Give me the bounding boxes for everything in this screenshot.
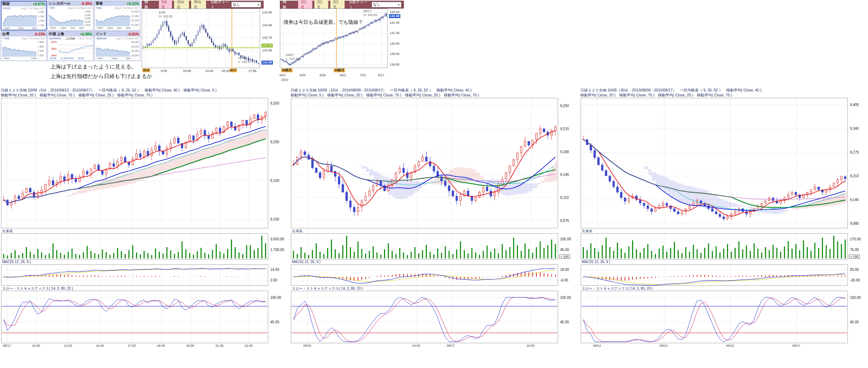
price-axis-label: 142.78	[262, 36, 272, 40]
price-chart-canvas[interactable]	[580, 98, 868, 228]
stochastics-chart-canvas[interactable]	[291, 291, 578, 343]
price-axis-label: 9,145	[850, 198, 859, 202]
market-xaxis: 10am12pm2pm4pm	[48, 27, 93, 30]
minute-toolbar: 分 足 5分足 10分足 30分足 比較チャート なし ▼	[142, 1, 264, 9]
market-chart: 18,15018,10018,05018,000	[95, 40, 140, 57]
panel-title-line1: 日経２２５先物 10/09（5分，2010/08/12 - 2010/08/17…	[1, 88, 288, 93]
volume-chart: × 100 105.0045.00	[291, 233, 578, 260]
market-chart: 21,20021,15021,10021,050	[95, 10, 140, 27]
market-tile[interactable]: 香港 +0.12% ^HSI Aug 17 04:04pm HKT 21,200…	[94, 1, 140, 30]
market-tile-header: 中国 上海 +0.38%	[48, 32, 93, 37]
time-axis-label: 08/17	[793, 344, 801, 347]
time-axis-label: 20:00	[186, 344, 195, 347]
market-tile[interactable]: 韓国 +0.67% ^KS11 Aug 17 02:35pm KST 1,760…	[1, 1, 47, 30]
volume-multiplier: × 100	[559, 255, 570, 259]
price-axis-label: 9,075	[560, 219, 569, 223]
market-tile-subheader: sh000001 上証指数08-17 15:00	[48, 37, 93, 40]
market-sparkline	[58, 41, 93, 57]
volume-chart-canvas[interactable]	[1, 233, 288, 260]
low-annotation: 04/07 L: 137.94	[286, 53, 299, 61]
market-sparkline	[2, 11, 37, 27]
market-timestamp: Aug 17 02:35pm KST	[21, 7, 45, 10]
volume-axis-label: 75.00	[850, 248, 859, 252]
time-axis: 08/1208/1308/1608/17	[580, 343, 868, 349]
market-timestamp: 08-17 15:00	[79, 37, 92, 40]
market-tile[interactable]: 中国 上海 +0.38% sh000001 上証指数08-17 15:00 26…	[47, 31, 94, 61]
daily-chart-body: 債券は今日も高値更新。でも陰線？ 143.00142.00141.00140.0…	[280, 9, 404, 68]
market-tile[interactable]: シンガポール -0.35% ^STI Aug 17 04:55pm SGT 2,…	[47, 1, 94, 30]
compare-chart-select[interactable]: なし ▼	[231, 2, 261, 7]
date-marker: 8/17	[230, 68, 237, 72]
time-axis-label: 16:20	[221, 69, 230, 73]
price-axis-label: 9,200	[270, 140, 279, 144]
macd-chart-canvas[interactable]	[580, 264, 868, 286]
time-axis-label: 9:05	[161, 69, 167, 73]
market-symbol: ^TWII	[2, 37, 10, 40]
price-axis-label: 9,275	[850, 150, 859, 154]
stochastics-axis-label: 45.00	[850, 320, 859, 324]
macd-axis-label: 2.00	[270, 278, 277, 282]
macd-chart-canvas[interactable]	[291, 264, 578, 286]
high-annotation: 9:05 H: 142.91	[159, 11, 173, 18]
market-tile[interactable]: 台湾 -0.13% ^TWII Aug 17 01:01pm CST 7,980…	[1, 31, 47, 61]
time-axis-label: 13:40	[205, 69, 213, 73]
macd-chart: 25.00-30.00	[580, 264, 868, 286]
market-tile-subheader: ^TWII Aug 17 01:01pm CST	[1, 37, 46, 40]
minute-time-axis: 8/168/1716:209:0510:4513:4016:2017:55	[142, 68, 276, 74]
price-axis-label: 142.98	[262, 11, 272, 15]
contract-month-marker: 09限月	[334, 68, 345, 72]
price-chart-canvas[interactable]	[291, 98, 578, 228]
time-axis-label: 18:40	[157, 344, 165, 347]
market-change: +0.12%	[127, 2, 139, 6]
contract-month-marker: 06限月	[281, 68, 293, 72]
market-name: インド	[96, 32, 107, 37]
stochastics-chart-canvas[interactable]	[1, 291, 288, 343]
market-xaxis: 10am12pm2pm4pm	[95, 27, 140, 30]
market-tile-header: 韓国 +0.67%	[1, 1, 46, 6]
volume-axis-label: 45.00	[560, 248, 569, 252]
stochastics-axis-label: 100.00	[560, 296, 571, 300]
time-axis-label: 21:20	[215, 344, 224, 347]
panel-title-line1: 日経２２５先物 10/09（30分，2010/08/09 - 2010/08/1…	[580, 88, 868, 93]
price-axis-label: 9,180	[560, 150, 569, 154]
panel-title-line1: 日経２２５先物 10/09（15分，2010/08/09 - 2010/08/1…	[291, 88, 578, 93]
volume-chart-canvas[interactable]	[291, 233, 578, 260]
market-symbol: ^STI	[49, 6, 55, 10]
asian-markets-grid: 韓国 +0.67% ^KS11 Aug 17 02:35pm KST 1,760…	[1, 1, 140, 61]
price-chart: 9,2509,2159,1809,1459,1109,075	[291, 98, 578, 228]
market-xaxis: 10am12pm	[1, 57, 46, 60]
market-sparkline	[95, 41, 130, 57]
macd-axis-label: 18.00	[560, 268, 569, 272]
compare-chart-select[interactable]: なし ▼	[372, 2, 401, 7]
market-tile-subheader: ^STI Aug 17 04:55pm SGT	[48, 6, 93, 10]
time-axis-label: 20:00	[526, 344, 535, 347]
market-chart: 7,9807,9607,9407,920	[1, 40, 46, 57]
stochastics-chart-canvas[interactable]	[580, 291, 868, 343]
macd-chart: 18.00-6.00	[291, 264, 578, 286]
market-name: シンガポール	[49, 1, 71, 6]
market-symbol: ^BSESN	[96, 37, 107, 40]
time-axis: 08/1620:0008/1720:00	[291, 343, 578, 349]
market-sparkline	[95, 10, 130, 27]
current-price-label: 142.58	[389, 14, 400, 18]
market-tile-header: シンガポール -0.35%	[48, 1, 93, 6]
market-tile[interactable]: インド -0.01% ^BSESN Aug 17 03:03pm IST 18,…	[94, 31, 140, 61]
price-chart-canvas[interactable]	[1, 98, 288, 228]
price-axis-label: 9,215	[560, 127, 569, 131]
time-axis-label: 17:20	[128, 344, 136, 347]
market-change: +0.38%	[80, 32, 92, 36]
stochastics-axis-label: 45.00	[270, 320, 279, 324]
market-yaxis: 1,7601,7501,7401,730	[37, 10, 46, 27]
market-yaxis: 7,9807,9607,9407,920	[37, 40, 46, 57]
macd-chart-canvas[interactable]	[1, 264, 288, 286]
price-axis-label: 139.00	[390, 52, 400, 56]
chevron-down-icon: ▼	[398, 4, 400, 6]
market-tile-subheader: ^KS11 Aug 17 02:35pm KST	[1, 6, 46, 10]
volume-label: 出来高	[1, 228, 288, 233]
bond-comment: 債券は今日も高値更新。でも陰線？	[283, 19, 363, 26]
price-axis-label: 9,250	[560, 104, 569, 108]
panel-title-line2: 移動平均( Close, 5 ) 移動平均( Close, 20 ) 移動平均(…	[291, 93, 578, 98]
volume-chart-canvas[interactable]	[580, 233, 868, 260]
stochastics-label: スロー・ストキャスティクス( 14, 3, 80, 20 )	[580, 286, 868, 291]
price-axis-label: 142.00	[390, 21, 400, 25]
